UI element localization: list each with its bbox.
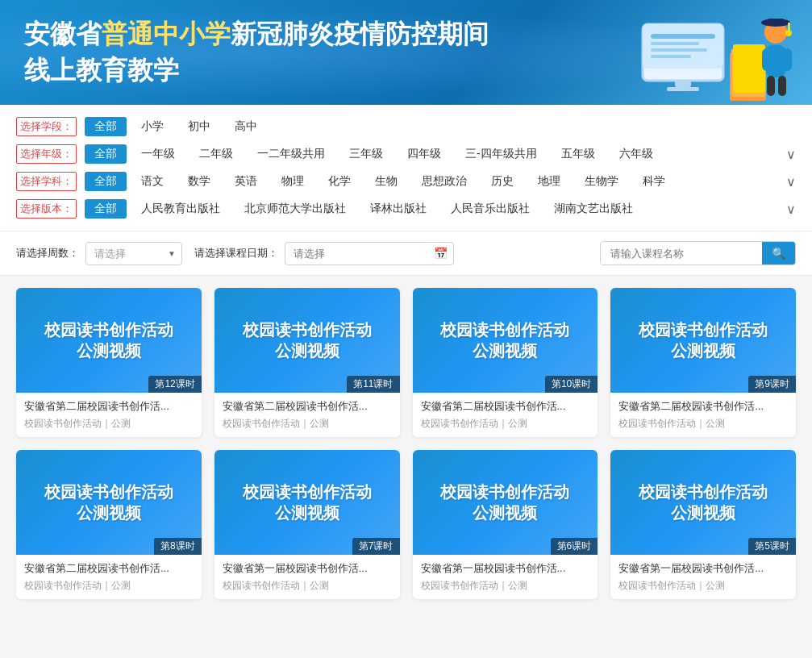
- subject-filter-geography[interactable]: 地理: [528, 172, 570, 191]
- video-title: 安徽省第一届校园读书创作活...: [421, 561, 590, 576]
- search-button[interactable]: 🔍: [762, 242, 795, 264]
- version-filter-hunan[interactable]: 湖南文艺出版社: [544, 199, 643, 219]
- video-info: 安徽省第一届校园读书创作活... 校园读书创作活动｜公测: [610, 555, 796, 599]
- year-filter-1[interactable]: 一年级: [131, 144, 185, 164]
- video-thumbnail: 校园读书创作活动公测视频 第7课时: [214, 450, 400, 555]
- subject-filter-expand[interactable]: ∨: [786, 174, 796, 189]
- title-line2: 线上教育教学: [24, 56, 179, 85]
- video-card[interactable]: 校园读书创作活动公测视频 第10课时 安徽省第二届校园读书创作活... 校园读书…: [413, 288, 598, 437]
- video-title: 安徽省第二届校园读书创作活...: [421, 399, 590, 414]
- date-input[interactable]: [285, 242, 454, 265]
- video-grid: 校园读书创作活动公测视频 第12课时 安徽省第二届校园读书创作活... 校园读书…: [16, 288, 796, 599]
- svg-rect-3: [651, 42, 699, 45]
- video-card[interactable]: 校园读书创作活动公测视频 第9课时 安徽省第二届校园读书创作活... 校园读书创…: [610, 288, 796, 437]
- video-tags: 校园读书创作活动｜公测: [24, 417, 194, 431]
- video-card[interactable]: 校园读书创作活动公测视频 第5课时 安徽省第一届校园读书创作活... 校园读书创…: [610, 450, 796, 599]
- year-filter-34shared[interactable]: 三-四年级共用: [456, 144, 547, 164]
- year-filter-2[interactable]: 二年级: [189, 144, 243, 164]
- year-filter-4[interactable]: 四年级: [398, 144, 451, 164]
- version-filter-expand[interactable]: ∨: [786, 202, 796, 217]
- subject-filter-chinese[interactable]: 语文: [131, 172, 173, 191]
- subject-filter-biology2[interactable]: 生物学: [575, 172, 628, 191]
- video-thumbnail: 校园读书创作活动公测视频 第11课时: [214, 288, 400, 393]
- grade-filter-high[interactable]: 高中: [225, 117, 267, 136]
- svg-rect-7: [667, 87, 699, 91]
- year-filter-6[interactable]: 六年级: [610, 144, 663, 164]
- video-card[interactable]: 校园读书创作活动公测视频 第8课时 安徽省第二届校园读书创作活... 校园读书创…: [16, 450, 202, 599]
- date-selector-group: 请选择课程日期： 📅: [194, 242, 454, 265]
- video-badge: 第8课时: [154, 538, 202, 555]
- video-tags: 校园读书创作活动｜公测: [618, 417, 788, 431]
- svg-rect-18: [768, 19, 784, 24]
- year-filter-label: 选择年级：: [16, 144, 77, 164]
- video-info: 安徽省第二届校园读书创作活... 校园读书创作活动｜公测: [16, 393, 202, 437]
- year-filter-5[interactable]: 五年级: [552, 144, 605, 164]
- video-thumbnail: 校园读书创作活动公测视频 第9课时: [610, 288, 796, 393]
- grade-filter-all[interactable]: 全部: [85, 117, 127, 136]
- svg-rect-5: [651, 55, 691, 58]
- svg-rect-2: [651, 34, 715, 39]
- calendar-icon: 📅: [434, 247, 448, 260]
- video-thumbnail: 校园读书创作活动公测视频 第12课时: [16, 288, 202, 393]
- video-thumbnail: 校园读书创作活动公测视频 第10课时: [413, 288, 598, 393]
- video-card[interactable]: 校园读书创作活动公测视频 第6课时 安徽省第一届校园读书创作活... 校园读书创…: [413, 450, 598, 599]
- svg-rect-15: [767, 76, 775, 96]
- grade-filter-row: 选择学段： 全部 小学 初中 高中: [16, 117, 796, 136]
- video-card[interactable]: 校园读书创作活动公测视频 第7课时 安徽省第一届校园读书创作活... 校园读书创…: [214, 450, 400, 599]
- subject-filter-politics[interactable]: 思想政治: [412, 172, 477, 191]
- year-filter-row: 选择年级： 全部 一年级 二年级 一二年级共用 三年级 四年级 三-四年级共用 …: [16, 144, 796, 164]
- video-badge: 第9课时: [748, 376, 796, 393]
- video-tags: 校园读书创作活动｜公测: [618, 579, 788, 593]
- header-decoration: [635, 8, 796, 105]
- svg-rect-1: [643, 24, 723, 69]
- video-card[interactable]: 校园读书创作活动公测视频 第12课时 安徽省第二届校园读书创作活... 校园读书…: [16, 288, 202, 437]
- video-thumbnail-title: 校园读书创作活动公测视频: [243, 319, 372, 361]
- version-filter-yilin[interactable]: 译林出版社: [360, 199, 436, 219]
- subject-filter-biology[interactable]: 生物: [365, 172, 407, 191]
- video-tags: 校园读书创作活动｜公测: [223, 579, 392, 593]
- subject-filter-english[interactable]: 英语: [225, 172, 267, 191]
- video-badge: 第12课时: [148, 376, 201, 393]
- video-title: 安徽省第一届校园读书创作活...: [618, 561, 788, 576]
- video-info: 安徽省第二届校园读书创作活... 校园读书创作活动｜公测: [16, 555, 202, 599]
- video-info: 安徽省第一届校园读书创作活... 校园读书创作活动｜公测: [214, 555, 400, 599]
- subject-filter-history[interactable]: 历史: [481, 172, 523, 191]
- version-filter-all[interactable]: 全部: [85, 199, 127, 219]
- year-filter-12shared[interactable]: 一二年级共用: [248, 144, 335, 164]
- week-dropdown[interactable]: 请选择: [85, 242, 182, 265]
- version-filter-pep[interactable]: 人民教育出版社: [131, 199, 230, 219]
- grade-filter-middle[interactable]: 初中: [178, 117, 220, 136]
- video-title: 安徽省第二届校园读书创作活...: [618, 399, 788, 414]
- year-filter-expand[interactable]: ∨: [786, 147, 796, 162]
- video-card[interactable]: 校园读书创作活动公测视频 第11课时 安徽省第二届校园读书创作活... 校园读书…: [214, 288, 400, 437]
- svg-rect-6: [675, 81, 691, 87]
- subject-filter-label: 选择学科：: [16, 172, 77, 191]
- subject-filter-chemistry[interactable]: 化学: [319, 172, 360, 191]
- subject-filter-row: 选择学科： 全部 语文 数学 英语 物理 化学 生物 思想政治 历史 地理 生物…: [16, 172, 796, 191]
- subject-filter-all[interactable]: 全部: [85, 172, 127, 191]
- search-input-wrapper: 🔍: [600, 241, 796, 265]
- video-info: 安徽省第二届校园读书创作活... 校园读书创作活动｜公测: [610, 393, 796, 437]
- video-title: 安徽省第二届校园读书创作活...: [24, 399, 194, 414]
- subject-filter-physics[interactable]: 物理: [272, 172, 314, 191]
- video-info: 安徽省第二届校园读书创作活... 校园读书创作活动｜公测: [214, 393, 400, 437]
- content-area: 校园读书创作活动公测视频 第12课时 安徽省第二届校园读书创作活... 校园读书…: [0, 276, 812, 611]
- year-filter-all[interactable]: 全部: [85, 144, 127, 164]
- version-filter-bnu[interactable]: 北京师范大学出版社: [235, 199, 356, 219]
- video-thumbnail-title: 校园读书创作活动公测视频: [639, 319, 768, 361]
- video-thumbnail-title: 校园读书创作活动公测视频: [440, 481, 569, 523]
- video-tags: 校园读书创作活动｜公测: [421, 579, 590, 593]
- subject-filter-math[interactable]: 数学: [178, 172, 220, 191]
- version-filter-music[interactable]: 人民音乐出版社: [441, 199, 539, 219]
- search-input[interactable]: [601, 242, 762, 264]
- svg-point-20: [785, 30, 792, 36]
- year-filter-3[interactable]: 三年级: [339, 144, 393, 164]
- header-banner: 安徽省普通中小学新冠肺炎疫情防控期间 线上教育教学: [0, 0, 812, 105]
- subject-filter-science[interactable]: 科学: [633, 172, 675, 191]
- grade-filter-primary[interactable]: 小学: [131, 117, 173, 136]
- header-title: 安徽省普通中小学新冠肺炎疫情防控期间 线上教育教学: [24, 16, 489, 89]
- version-filter-row: 选择版本： 全部 人民教育出版社 北京师范大学出版社 译林出版社 人民音乐出版社…: [16, 199, 796, 219]
- svg-rect-4: [651, 48, 707, 52]
- video-thumbnail: 校园读书创作活动公测视频 第8课时: [16, 450, 202, 555]
- header-illustration: [635, 8, 796, 105]
